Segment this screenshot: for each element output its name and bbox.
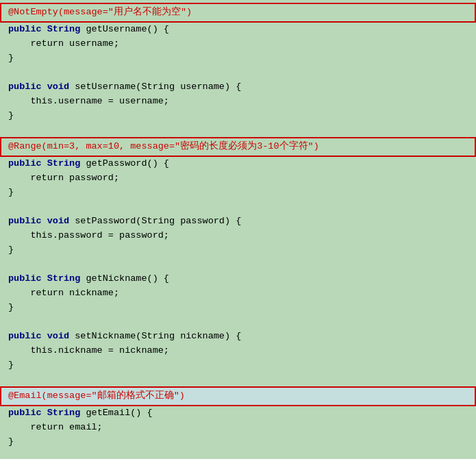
- empty-line: [0, 315, 476, 330]
- annotation-notempty: @NotEmpty(message="用户名不能为空"): [0, 3, 476, 23]
- code-line: }: [0, 186, 476, 200]
- code-line: this.password = password;: [0, 229, 476, 243]
- empty-line: [0, 258, 476, 272]
- code-line: public void setUsername(String username)…: [0, 80, 476, 95]
- empty-line: [0, 449, 476, 459]
- code-line: public String getPassword() {: [0, 157, 476, 171]
- annotation-email: @Email(message="邮箱的格式不正确"): [0, 386, 476, 406]
- code-viewer: @NotEmpty(message="用户名不能为空") public Stri…: [0, 0, 476, 459]
- code-line: }: [0, 301, 476, 315]
- annotation-range: @Range(min=3, max=10, message="密码的长度必须为3…: [0, 137, 476, 157]
- code-line: }: [0, 435, 476, 449]
- empty-line: [0, 372, 476, 386]
- code-line: this.username = username;: [0, 95, 476, 109]
- code-line: }: [0, 51, 476, 66]
- empty-line: [0, 123, 476, 137]
- empty-line: [0, 66, 476, 80]
- empty-line: [0, 200, 476, 214]
- code-line: return username;: [0, 37, 476, 51]
- code-line: public String getNickname() {: [0, 272, 476, 286]
- code-line: return nickname;: [0, 286, 476, 301]
- code-line: public String getUsername() {: [0, 23, 476, 37]
- annotation-range-text: @Range(min=3, max=10, message="密码的长度必须为3…: [8, 141, 319, 151]
- code-line: this.nickname = nickname;: [0, 344, 476, 358]
- code-line: public String getEmail() {: [0, 406, 476, 421]
- code-line: public void setNickname(String nickname)…: [0, 330, 476, 344]
- code-line: public void setPassword(String password)…: [0, 214, 476, 229]
- code-line: return password;: [0, 171, 476, 186]
- code-line: return email;: [0, 421, 476, 435]
- annotation-notempty-text: @NotEmpty(message="用户名不能为空"): [8, 7, 192, 17]
- annotation-email-text: @Email(message="邮箱的格式不正确"): [8, 390, 185, 401]
- code-line: }: [0, 358, 476, 373]
- code-line: }: [0, 243, 476, 258]
- code-line: }: [0, 109, 476, 123]
